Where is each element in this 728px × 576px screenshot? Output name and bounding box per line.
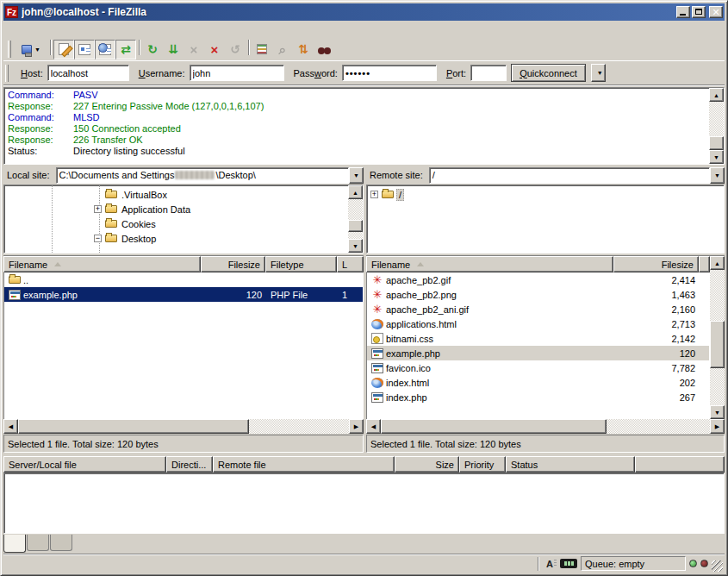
port-input[interactable] — [470, 65, 507, 81]
queue-tabs — [3, 534, 725, 554]
reconnect-button[interactable] — [225, 40, 246, 59]
remote-list-scrollbar[interactable]: ▲ ▼ — [710, 256, 725, 419]
maximize-button[interactable] — [692, 6, 706, 18]
filter-button[interactable] — [252, 40, 272, 59]
local-horizontal-scrollbar[interactable]: ◀ ▶ — [3, 419, 364, 434]
tree-item[interactable]: Cookies — [4, 216, 348, 231]
tree-expander[interactable]: + — [94, 205, 102, 213]
tree-expander[interactable]: + — [370, 191, 378, 198]
local-path-field[interactable]: C:\Documents and Settings \Desktop\ — [56, 167, 349, 184]
scroll-down-icon[interactable]: ▼ — [709, 150, 724, 164]
close-button[interactable]: ✕ — [709, 6, 723, 18]
column-filename[interactable]: Filename — [366, 256, 613, 272]
refresh-button[interactable] — [142, 40, 163, 59]
remote-path-dropdown-button[interactable]: ▼ — [710, 167, 725, 184]
process-queue-button[interactable] — [163, 40, 184, 59]
scroll-right-icon[interactable]: ▶ — [349, 419, 364, 434]
remote-path-field[interactable]: / — [429, 167, 710, 184]
column-last-modified[interactable]: L — [337, 256, 364, 272]
site-manager-button[interactable]: ▼ — [15, 40, 47, 59]
quickconnect-button[interactable]: Quickconnect — [511, 64, 586, 82]
file-row[interactable]: bitnami.css 2,142 — [367, 331, 709, 346]
directory-comparison-button[interactable] — [272, 40, 293, 59]
column-filetype[interactable]: Filetype — [265, 256, 337, 272]
scroll-down-icon[interactable]: ▼ — [348, 239, 363, 253]
transfer-type-indicator-icon[interactable]: A — [543, 557, 557, 570]
queue-tab[interactable] — [3, 535, 26, 553]
file-row[interactable]: applications.html 2,713 — [367, 316, 709, 331]
synchronized-browsing-button[interactable] — [293, 40, 314, 59]
tree-item[interactable]: + Application Data — [4, 202, 348, 216]
menu-item[interactable] — [5, 28, 17, 31]
tree-item[interactable]: .VirtualBox — [4, 187, 348, 202]
column-filename[interactable]: Filename — [3, 256, 201, 272]
resize-grip[interactable] — [712, 560, 723, 572]
queue-list[interactable] — [3, 473, 725, 534]
tree-scroll-thumb[interactable] — [348, 220, 363, 232]
file-row[interactable]: .. — [4, 272, 363, 287]
file-row[interactable]: apache_pb2_ani.gif 2,160 — [367, 302, 709, 316]
password-label: Password: — [294, 68, 338, 78]
file-row[interactable]: index.php 267 — [367, 390, 709, 404]
toggle-local-tree-button[interactable] — [74, 40, 95, 59]
queue-column-remote-file[interactable]: Remote file — [213, 456, 395, 473]
queue-column-priority[interactable]: Priority — [459, 456, 506, 473]
cancel-operation-button[interactable] — [184, 40, 204, 59]
queue-tab[interactable] — [50, 535, 72, 551]
username-input[interactable] — [190, 65, 284, 81]
local-status-text: Selected 1 file. Total size: 120 bytes — [3, 435, 364, 453]
column-filesize[interactable]: Filesize — [613, 256, 699, 272]
remote-horizontal-scrollbar[interactable]: ◀ ▶ — [366, 419, 725, 434]
file-row[interactable]: example.php 120 PHP File 1 — [4, 287, 363, 302]
encryption-indicator-icon[interactable] — [560, 559, 577, 568]
file-row[interactable]: apache_pb2.gif 2,414 — [367, 272, 709, 287]
menu-item[interactable] — [78, 28, 90, 31]
queue-column-filler — [635, 456, 725, 473]
list-scroll-thumb[interactable] — [710, 321, 725, 368]
local-path-dropdown-button[interactable]: ▼ — [349, 167, 364, 184]
scroll-up-icon[interactable]: ▲ — [709, 88, 724, 102]
queue-column-size[interactable]: Size — [395, 456, 459, 473]
dropdown-arrow-icon: ▼ — [34, 47, 40, 53]
queue-column-direction[interactable]: Directi... — [166, 456, 213, 473]
disconnect-button[interactable] — [204, 40, 225, 59]
scroll-up-icon[interactable]: ▲ — [348, 185, 363, 199]
file-row[interactable]: index.html 202 — [367, 375, 709, 390]
log-scrollbar[interactable]: ▲ ▼ — [709, 88, 724, 164]
scroll-right-icon[interactable]: ▶ — [710, 419, 725, 434]
scroll-down-icon[interactable]: ▼ — [710, 405, 725, 419]
file-row[interactable]: favicon.ico 7,782 — [367, 360, 709, 375]
tree-item[interactable]: + / — [367, 187, 724, 202]
minimize-button[interactable] — [676, 6, 690, 18]
password-input[interactable] — [342, 65, 437, 81]
file-row[interactable]: example.php 120 — [367, 346, 709, 360]
menu-item[interactable] — [65, 28, 78, 31]
tree-expander[interactable]: − — [94, 235, 102, 242]
toggle-remote-tree-button[interactable] — [95, 40, 115, 59]
find-files-button[interactable] — [314, 40, 334, 59]
log-scroll-thumb[interactable] — [709, 136, 724, 150]
queue-column-server-local-file[interactable]: Server/Local file — [3, 456, 166, 473]
host-input[interactable] — [47, 65, 129, 81]
tree-item[interactable]: − Desktop — [4, 231, 348, 246]
firefox-icon — [371, 378, 383, 388]
column-filesize[interactable]: Filesize — [201, 256, 265, 272]
scroll-left-icon[interactable]: ◀ — [366, 419, 381, 434]
scroll-left-icon[interactable]: ◀ — [3, 419, 18, 434]
menu-item[interactable] — [41, 28, 53, 31]
hscroll-thumb[interactable] — [18, 419, 249, 434]
menu-item[interactable] — [29, 28, 41, 31]
toggle-message-log-button[interactable] — [53, 40, 74, 59]
menu-item[interactable] — [17, 28, 29, 31]
scroll-up-icon[interactable]: ▲ — [710, 256, 725, 270]
toggle-queue-button[interactable] — [115, 40, 136, 59]
file-row[interactable]: apache_pb2.png 1,463 — [367, 287, 709, 302]
message-log[interactable]: Command: PASV Response: 227 Entering Pas… — [3, 87, 725, 165]
queue-tab[interactable] — [27, 535, 49, 551]
local-tree-scrollbar[interactable]: ▲ ▼ — [348, 185, 363, 253]
queue-column-status[interactable]: Status — [506, 456, 635, 473]
hscroll-thumb[interactable] — [381, 419, 607, 434]
menu-item[interactable] — [53, 28, 65, 31]
title-bar[interactable]: Fz john@localhost - FileZilla ✕ — [3, 3, 725, 21]
quickconnect-dropdown-button[interactable]: ▼ — [591, 64, 606, 82]
